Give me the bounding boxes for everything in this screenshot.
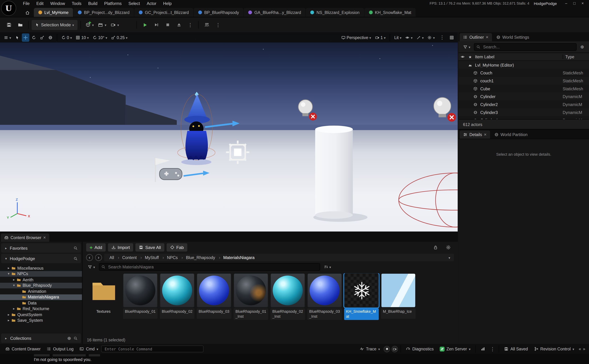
menu-item[interactable]: Help [160, 0, 175, 6]
play-button[interactable] [140, 20, 150, 30]
rotate-tool-button[interactable] [30, 33, 38, 41]
add-blueprint-button[interactable] [84, 20, 95, 30]
outliner-filter-button[interactable] [462, 43, 472, 51]
asset-tile[interactable]: BlueRhapsody_01_Inst [234, 273, 268, 320]
close-icon[interactable] [43, 235, 46, 240]
editor-tab[interactable]: BP_BlueRhapsody [194, 8, 244, 17]
breadcrumb-item[interactable]: All [108, 255, 116, 260]
all-saved-button[interactable]: All Saved [501, 344, 531, 354]
menu-item[interactable]: Platforms [101, 0, 125, 6]
save-all-button[interactable]: Save All [136, 243, 164, 252]
folder-tree-item[interactable]: MaterialsNiagara [0, 294, 82, 300]
folder-tree-item[interactable]: ▾ Blue_Rhapsody [0, 283, 82, 288]
minimize-icon[interactable]: – [565, 1, 567, 5]
expand-arrow-icon[interactable]: ▸ [7, 318, 10, 322]
forward-button[interactable]: › [95, 254, 102, 261]
cmd-dropdown[interactable]: Cmd [77, 344, 101, 354]
asset-tile[interactable]: BlueRhapsody_01 [123, 273, 158, 319]
editor-mode-dropdown[interactable]: Selection Mode [32, 20, 78, 30]
show-flags-dropdown[interactable] [404, 33, 414, 41]
surface-snap-dropdown[interactable]: 0 [59, 33, 73, 41]
menu-item[interactable]: Edit [33, 0, 47, 6]
editor-tab[interactable]: Lvl_MyHome [34, 8, 73, 17]
select-tool-button[interactable] [13, 33, 21, 41]
sort-button[interactable] [322, 263, 333, 271]
statusbar-kebab[interactable] [488, 344, 497, 354]
editor-tab[interactable]: KH_Snowflake_Mat [364, 8, 416, 17]
viewport-kebab[interactable] [437, 33, 447, 41]
expand-arrow-icon[interactable]: ▸ [7, 313, 10, 317]
menu-item[interactable]: Window [47, 0, 68, 6]
tab-details[interactable]: Details [460, 130, 490, 139]
folder-tree-item[interactable]: ▸ QuestSystem [0, 312, 82, 318]
outliner-row[interactable]: couch1 StaticMesh [458, 77, 589, 85]
outliner-row[interactable]: Lvl_MyHome (Editor) [458, 61, 589, 69]
maximize-icon[interactable]: □ [573, 1, 576, 5]
type-column[interactable]: Type [563, 55, 589, 59]
expand-arrow-icon[interactable]: ▸ [7, 266, 10, 270]
breadcrumb-item[interactable]: MaterialsNiagara [217, 255, 256, 260]
menu-item[interactable]: Actor [143, 0, 160, 6]
project-root-section[interactable]: ▾ HodgePodge [1, 254, 81, 263]
expand-arrow-icon[interactable]: ▾ [12, 284, 16, 287]
cinematics-button[interactable] [96, 20, 108, 30]
zen-server-button[interactable]: Zen Server [437, 344, 473, 354]
stop-button[interactable] [163, 20, 173, 30]
move-tool-button[interactable] [22, 33, 29, 41]
outliner-row[interactable]: Cylinder4 DynamicM [458, 116, 589, 119]
folder-tree-item[interactable]: ▸ Save_System [0, 318, 82, 323]
multi-user-button[interactable] [202, 20, 212, 30]
scale-tool-button[interactable] [38, 33, 46, 41]
folder-tree-item[interactable]: Animation [0, 288, 82, 294]
add-button[interactable]: Add [86, 243, 105, 252]
maximize-viewport-button[interactable] [448, 33, 456, 41]
outliner-row[interactable]: Cylinder3 DynamicM [458, 108, 589, 116]
asset-tile[interactable]: BlueRhapsody_02 [160, 273, 195, 319]
camera-button[interactable] [109, 20, 121, 30]
pin-column-star-icon[interactable] [467, 55, 474, 59]
close-icon[interactable] [486, 35, 488, 40]
chevron-down-icon[interactable] [448, 255, 450, 260]
outliner-settings-button[interactable] [578, 43, 586, 51]
save-button[interactable] [4, 20, 14, 30]
trace-dropdown[interactable]: Trace [357, 344, 383, 354]
editor-tab[interactable]: GA_BlueRha...y_Blizzard [244, 8, 306, 17]
breadcrumb-item[interactable]: NPCs [161, 255, 179, 260]
visibility-column-eye-icon[interactable] [458, 55, 467, 59]
home-icon[interactable] [23, 8, 32, 17]
back-button[interactable]: ‹ [86, 254, 93, 261]
gear-icon[interactable] [446, 245, 451, 250]
breadcrumb[interactable]: AllContentMyStuffNPCsBlue_RhapsodyMateri… [104, 254, 454, 261]
outliner-row[interactable]: Cylinder2 DynamicM [458, 100, 589, 108]
console-command-input[interactable] [101, 345, 204, 352]
expand-arrow-icon[interactable]: ▸ [12, 278, 16, 281]
lock-icon[interactable] [433, 245, 438, 250]
expand-arrow-icon[interactable]: ▾ [7, 272, 10, 276]
asset-tile[interactable]: BlueRhapsody_02_Inst [270, 273, 305, 320]
diagnostics-button[interactable]: Diagnostics [403, 344, 437, 354]
tab-world-settings[interactable]: World Settings [492, 33, 532, 41]
asset-tile[interactable]: BlueRhapsody_03_Inst [307, 273, 342, 320]
outliner-row[interactable]: Cube StaticMesh [458, 85, 589, 93]
asset-tile[interactable]: Textures [86, 273, 121, 319]
asset-tile[interactable]: BlueRhapsody_03 [197, 273, 231, 319]
folder-tree-item[interactable]: ▸ Red_Nocturne [0, 306, 82, 312]
unreal-logo[interactable]: U [1, 1, 16, 16]
world-local-toggle[interactable] [46, 33, 54, 41]
output-log-button[interactable]: Output Log [44, 344, 77, 354]
skip-frame-button[interactable] [151, 20, 161, 30]
camera-speed-dropdown[interactable]: 1 [373, 33, 387, 41]
editor-tab[interactable]: GC_Projecti...t_Blizzard [134, 8, 193, 17]
asset-tile[interactable]: M_BlueRhap_Ice [381, 273, 416, 319]
view-mode-dropdown[interactable]: Lit [393, 33, 403, 41]
breadcrumb-item[interactable]: Content [116, 255, 138, 260]
collections-section[interactable]: ▸ Collections [1, 333, 81, 343]
scale-snap-dropdown[interactable]: 0.25 [109, 33, 129, 41]
outliner-search-input[interactable] [474, 43, 577, 51]
asset-tile[interactable]: KH_Snowflake_Mat [344, 273, 379, 320]
screenshot-camera-icon[interactable] [392, 346, 398, 352]
search-icon[interactable] [73, 336, 78, 340]
editor-tab[interactable]: BP_Project...dy_Blizzard [73, 8, 134, 17]
add-collection-icon[interactable] [67, 336, 71, 341]
folder-tree-item[interactable]: ▸ Aerith [0, 277, 82, 283]
